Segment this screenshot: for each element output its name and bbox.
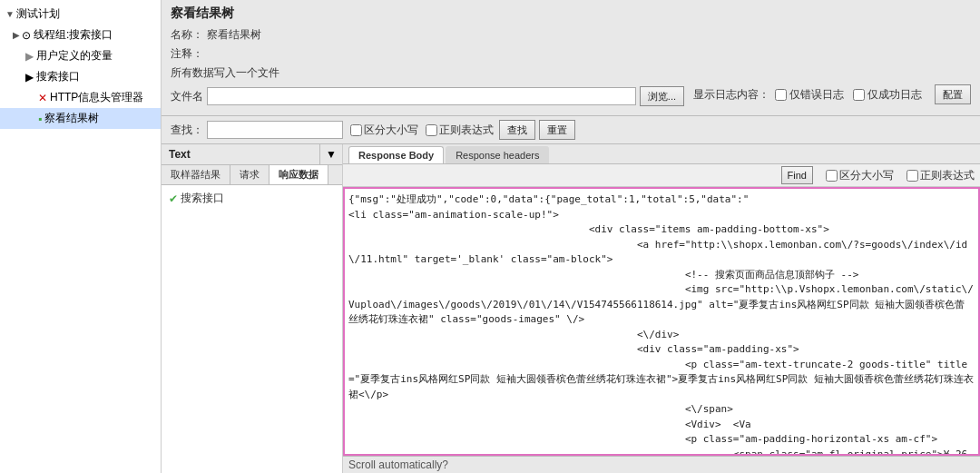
all-data-label: 所有数据写入一个文件 <box>171 65 279 81</box>
main-panel: 察看结果树 名称： 察看结果树 注释： 所有数据写入一个文件 文件名 浏览...… <box>162 0 980 473</box>
scroll-row: Scroll automatically? <box>343 456 980 473</box>
sidebar-search-label: 搜索接口 <box>36 69 80 84</box>
response-regex-checkbox[interactable] <box>906 170 918 182</box>
sidebar-thread-label: 线程组:搜索接口 <box>34 27 113 43</box>
tree-node[interactable]: ✔ 搜索接口 <box>165 189 338 208</box>
sidebar-item-http[interactable]: ✕ HTTP信息头管理器 <box>0 87 161 108</box>
sidebar-item-result[interactable]: ▪ 察看结果树 <box>0 108 161 129</box>
sidebar-item-vars[interactable]: ▶ 用户定义的变量 <box>0 45 161 66</box>
panel-header: 察看结果树 名称： 察看结果树 注释： 所有数据写入一个文件 文件名 浏览...… <box>162 0 980 116</box>
search-icon: ▶ <box>25 71 34 84</box>
all-data-row: 所有数据写入一个文件 <box>171 65 971 81</box>
success-only-checkbox[interactable] <box>853 89 865 101</box>
tree-content: ✔ 搜索接口 <box>162 185 342 473</box>
tab-response-body[interactable]: Response Body <box>348 146 444 163</box>
scroll-label: Scroll automatically? <box>348 458 448 471</box>
expand-icon: ▶ <box>13 30 20 40</box>
page-title: 察看结果树 <box>171 5 971 22</box>
node-label: 搜索接口 <box>181 191 224 206</box>
name-value: 察看结果树 <box>207 27 261 43</box>
success-only-label: 仅成功日志 <box>867 87 922 103</box>
name-label: 名称： <box>171 27 207 43</box>
regex-option[interactable]: 正则表达式 <box>426 123 494 138</box>
tree-header: Text ▼ <box>162 144 342 165</box>
search-label: 查找： <box>171 123 203 138</box>
case-sensitive-option[interactable]: 区分大小写 <box>350 123 418 138</box>
sidebar-item-plan[interactable]: ▼ 测试计划 <box>0 4 161 25</box>
tab-request[interactable]: 请求 <box>230 165 270 184</box>
search-button[interactable]: 查找 <box>499 120 535 140</box>
http-icon: ✕ <box>38 92 47 104</box>
sidebar-item-thread[interactable]: ▶ ⊙ 线程组:搜索接口 <box>0 25 161 45</box>
file-row: 文件名 浏览... 显示日志内容： 仅错误日志 仅成功日志 配置 <box>171 84 971 108</box>
response-case-option[interactable]: 区分大小写 <box>826 168 894 183</box>
content-area: Text ▼ 取样器结果 请求 响应数据 ✔ 搜索接口 Response Bod… <box>162 144 980 473</box>
response-case-checkbox[interactable] <box>826 170 838 182</box>
response-find-row: Find 区分大小写 正则表达式 <box>343 164 980 187</box>
response-body: {"msg":"处理成功","code":0,"data":{"page_tot… <box>343 187 980 456</box>
config-button[interactable]: 配置 <box>935 84 971 104</box>
case-sensitive-checkbox[interactable] <box>350 124 362 136</box>
browse-button[interactable]: 浏览... <box>640 86 684 106</box>
sidebar-result-label: 察看结果树 <box>44 111 99 126</box>
search-bar: 查找： 区分大小写 正则表达式 查找 重置 <box>162 116 980 144</box>
sidebar-vars-label: 用户定义的变量 <box>36 48 113 64</box>
response-case-label: 区分大小写 <box>839 168 894 183</box>
tree-header-text: Text <box>162 144 319 164</box>
regex-label: 正则表达式 <box>439 123 494 138</box>
name-row: 名称： 察看结果树 <box>171 27 971 43</box>
error-only-label: 仅错误日志 <box>789 87 844 103</box>
tab-response-headers[interactable]: Response headers <box>446 146 549 163</box>
comment-label: 注释： <box>171 46 207 62</box>
find-button[interactable]: Find <box>781 166 813 184</box>
error-only-checkbox[interactable] <box>775 89 787 101</box>
regex-checkbox[interactable] <box>426 124 437 136</box>
tree-panel: Text ▼ 取样器结果 请求 响应数据 ✔ 搜索接口 <box>162 144 343 473</box>
success-icon: ✔ <box>169 192 178 205</box>
thread-icon: ⊙ <box>22 29 31 42</box>
case-sensitive-label: 区分大小写 <box>364 123 418 138</box>
tab-response-data[interactable]: 响应数据 <box>270 165 328 184</box>
tab-sampler-result[interactable]: 取样器结果 <box>162 165 230 184</box>
response-regex-option[interactable]: 正则表达式 <box>906 168 975 183</box>
reset-button[interactable]: 重置 <box>539 120 575 140</box>
file-input[interactable] <box>207 87 636 105</box>
right-panel: Response Body Response headers Find 区分大小… <box>343 144 980 473</box>
result-icon: ▪ <box>38 113 42 125</box>
sidebar: ▼ 测试计划 ▶ ⊙ 线程组:搜索接口 ▶ 用户定义的变量 ▶ 搜索接口 ✕ H… <box>0 0 162 473</box>
sidebar-http-label: HTTP信息头管理器 <box>50 90 143 105</box>
response-regex-label: 正则表达式 <box>920 168 975 183</box>
vars-icon: ▶ <box>25 50 34 63</box>
sidebar-item-search[interactable]: ▶ 搜索接口 <box>0 66 161 87</box>
file-label: 文件名 <box>171 89 203 104</box>
response-tabs-row: Response Body Response headers <box>343 144 980 164</box>
comment-row: 注释： <box>171 46 971 62</box>
log-row: 显示日志内容： 仅错误日志 仅成功日志 配置 <box>693 84 971 104</box>
expand-icon: ▼ <box>5 9 15 19</box>
error-only-check[interactable]: 仅错误日志 <box>775 87 844 103</box>
tree-tabs: 取样器结果 请求 响应数据 <box>162 165 342 185</box>
tree-header-arrow[interactable]: ▼ <box>319 144 342 164</box>
response-area: Response Body Response headers Find 区分大小… <box>343 144 980 473</box>
search-input[interactable] <box>207 121 343 139</box>
sidebar-plan-label: 测试计划 <box>16 6 60 22</box>
log-label: 显示日志内容： <box>693 87 769 103</box>
success-only-check[interactable]: 仅成功日志 <box>853 87 922 103</box>
